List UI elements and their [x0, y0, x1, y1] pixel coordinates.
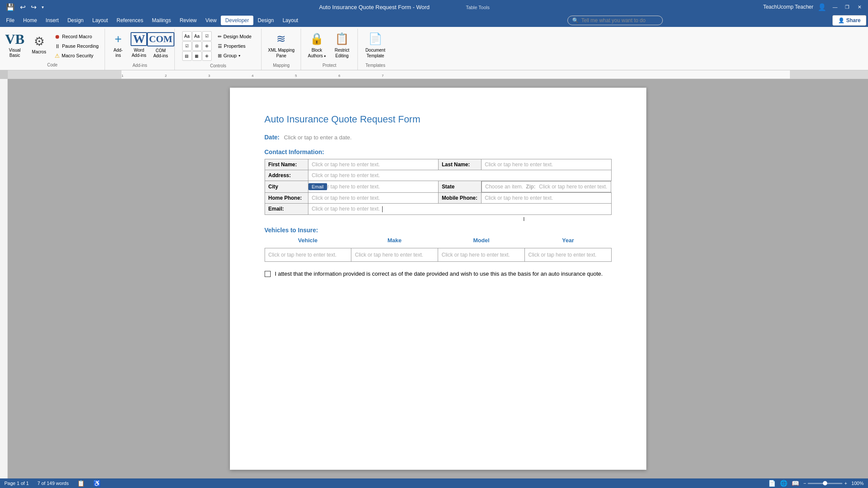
home-phone-input[interactable]: Click or tap here to enter text. [312, 195, 380, 201]
restore-button[interactable]: ❐ [843, 3, 852, 11]
city-input[interactable]: Click or tap here to enter text. [308, 181, 438, 193]
menu-home[interactable]: Home [19, 16, 41, 25]
undo-button[interactable]: ↩ [18, 2, 27, 12]
ctrl-btn-9[interactable]: ⊕ [202, 51, 212, 61]
mobile-phone-input[interactable]: Click or tap here to enter text. [481, 193, 611, 204]
share-button[interactable]: 👤 Share [832, 15, 866, 26]
menu-table-design[interactable]: Design [253, 16, 278, 25]
vehicle-col-header: Vehicle [265, 237, 351, 245]
ctrl-btn-8[interactable]: ▦ [192, 51, 202, 61]
ruler-left-margin [0, 70, 8, 79]
last-name-input[interactable]: Click or tap here to enter text. [481, 159, 611, 170]
ctrl-btn-2[interactable]: Aa [192, 31, 202, 41]
ruler-right-gray [790, 70, 868, 79]
zoom-slider-track[interactable] [808, 483, 842, 484]
macro-small-buttons: ⏺ Record Macro ⏸ Pause Recording ⚠ Macro… [52, 32, 101, 60]
email-input[interactable]: Click or tap here to enter text. [308, 204, 611, 215]
table-row: Address: Click or tap here to enter text… [265, 170, 611, 181]
zoom-control[interactable]: − + [803, 481, 847, 486]
home-phone-cell: Click or tap here to enter text. Email [308, 193, 438, 204]
accessibility-icon[interactable]: ♿ [93, 480, 101, 487]
menu-table-layout[interactable]: Layout [278, 16, 302, 25]
pause-recording-button[interactable]: ⏸ Pause Recording [52, 42, 101, 50]
ctrl-btn-7[interactable]: ▤ [182, 51, 192, 61]
com-add-ins-button[interactable]: COM COMAdd-ins [150, 30, 171, 60]
save-button[interactable]: 💾 [4, 2, 16, 12]
ctrl-btn-3[interactable]: ☑ [202, 31, 212, 41]
menu-references[interactable]: References [112, 16, 147, 25]
block-authors-label: BlockAuthors ▾ [308, 47, 326, 59]
xml-mapping-label: XML MappingPane [268, 47, 295, 59]
visual-basic-button[interactable]: VB VisualBasic [3, 30, 26, 60]
email-tooltip-text: Email [312, 184, 324, 189]
ruler: 1 2 3 4 5 6 7 [0, 70, 868, 79]
view-web-icon[interactable]: 🌐 [780, 480, 787, 487]
ctrl-btn-6[interactable]: ⊕ [202, 41, 212, 51]
redo-button[interactable]: ↪ [29, 2, 38, 12]
date-row: Date: Click or tap to enter a date. [265, 134, 612, 141]
close-button[interactable]: ✕ [855, 3, 864, 11]
tell-me-input[interactable]: 🔍 Tell me what you want to do [567, 16, 663, 25]
restrict-editing-label: RestrictEditing [334, 47, 349, 59]
attestation-checkbox[interactable] [265, 271, 271, 277]
xml-mapping-pane-button[interactable]: ≋ XML MappingPane [265, 30, 297, 60]
first-name-label: First Name: [265, 159, 308, 170]
record-macro-button[interactable]: ⏺ Record Macro [52, 32, 101, 41]
macro-security-button[interactable]: ⚠ Macro Security [52, 51, 101, 60]
menu-review[interactable]: Review [175, 16, 201, 25]
ctrl-btn-1[interactable]: Aa [182, 31, 192, 41]
menu-mailings[interactable]: Mailings [147, 16, 175, 25]
zoom-out-button[interactable]: − [803, 481, 806, 486]
city-label: City [265, 181, 308, 193]
group-button[interactable]: ⊞ Group ▾ [215, 51, 254, 60]
properties-icon: ☰ [218, 43, 222, 49]
controls-group-label: Controls [210, 63, 226, 69]
mobile-phone-label: Mobile Phone: [438, 193, 481, 204]
menu-design[interactable]: Design [63, 16, 88, 25]
ctrl-btn-4[interactable]: ☑ [182, 41, 192, 51]
protect-group-content: 🔒 BlockAuthors ▾ 📋 RestrictEditing [305, 30, 354, 60]
year-input[interactable]: Click or tap here to enter text. [524, 248, 611, 261]
word-add-ins-button[interactable]: W WordAdd-ins [128, 30, 149, 60]
zip-label: Zip: [526, 184, 537, 190]
ctrl-btn-5[interactable]: ⊟ [192, 41, 202, 51]
zip-input[interactable]: Click or tap here to enter text. [539, 184, 607, 190]
text-cursor [382, 206, 383, 212]
properties-button[interactable]: ☰ Properties [215, 42, 254, 50]
document-template-label: DocumentTemplate [366, 47, 386, 59]
mapping-group-label: Mapping [273, 62, 289, 69]
pause-recording-label: Pause Recording [62, 43, 98, 49]
view-read-icon[interactable]: 📖 [792, 480, 799, 487]
visual-basic-icon: VB [5, 32, 24, 46]
templates-group-label: Templates [366, 62, 386, 69]
date-input[interactable]: Click or tap to enter a date. [284, 134, 352, 141]
menu-file[interactable]: File [2, 16, 19, 25]
restrict-editing-button[interactable]: 📋 RestrictEditing [330, 30, 354, 60]
make-input[interactable]: Click or tap here to enter text. [351, 248, 438, 261]
minimize-button[interactable]: — [831, 3, 839, 11]
quick-access-dropdown[interactable]: ▾ [40, 4, 46, 10]
state-input[interactable]: Choose an item. [485, 184, 524, 190]
com-add-ins-icon: COM [147, 32, 175, 46]
view-normal-icon[interactable]: 📄 [768, 480, 776, 487]
proofing-icon[interactable]: 📋 [77, 480, 85, 487]
zoom-in-button[interactable]: + [844, 481, 847, 486]
add-ins-button[interactable]: + Add-ins [108, 30, 128, 60]
attestation-text: I attest that the information provided i… [275, 270, 603, 277]
design-mode-button[interactable]: ✏ Design Mode [215, 32, 254, 41]
menu-layout[interactable]: Layout [88, 16, 112, 25]
menu-developer[interactable]: Developer [221, 16, 253, 25]
vehicle-input[interactable]: Click or tap here to enter text. [265, 248, 351, 261]
model-input[interactable]: Click or tap here to enter text. [438, 248, 525, 261]
address-input[interactable]: Click or tap here to enter text. [308, 170, 611, 181]
zoom-level: 100% [852, 481, 864, 486]
macros-button[interactable]: ⚙ Macros [28, 30, 50, 59]
menu-insert[interactable]: Insert [41, 16, 63, 25]
document-page: Auto Insurance Quote Request Form Date: … [230, 88, 646, 470]
ruler-white-area: 1 2 3 4 5 6 7 [121, 70, 790, 79]
email-tooltip-popup: Email [308, 183, 328, 190]
block-authors-button[interactable]: 🔒 BlockAuthors ▾ [305, 30, 329, 60]
document-template-button[interactable]: 📄 DocumentTemplate [361, 30, 389, 60]
menu-view[interactable]: View [201, 16, 221, 25]
first-name-input[interactable]: Click or tap here to enter text. [308, 159, 438, 170]
